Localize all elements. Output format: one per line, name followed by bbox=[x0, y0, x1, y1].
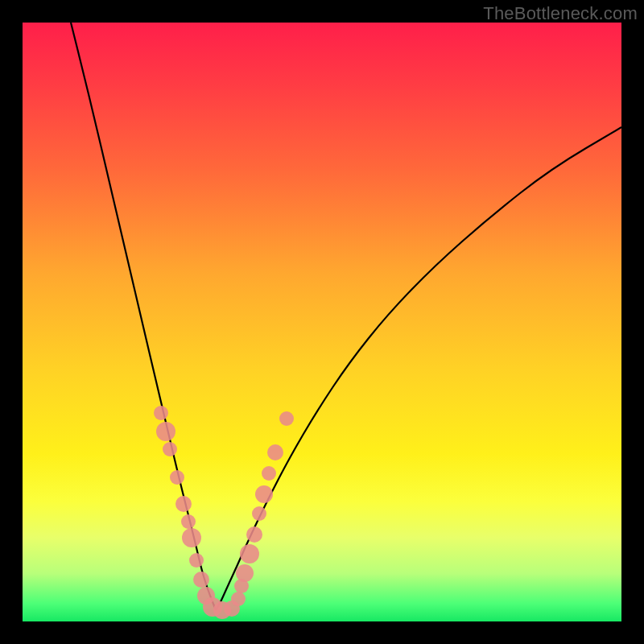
chart-frame: TheBottleneck.com bbox=[0, 0, 644, 644]
watermark-text: TheBottleneck.com bbox=[483, 3, 638, 24]
data-bead bbox=[182, 528, 201, 547]
data-bead bbox=[255, 485, 273, 503]
data-bead bbox=[189, 553, 204, 568]
bead-group bbox=[154, 406, 294, 619]
data-bead bbox=[156, 422, 175, 441]
data-bead bbox=[193, 572, 209, 588]
data-bead bbox=[236, 564, 254, 582]
data-bead bbox=[252, 506, 266, 521]
chart-svg bbox=[23, 23, 621, 621]
data-bead bbox=[240, 544, 259, 564]
data-bead bbox=[170, 470, 184, 485]
data-bead bbox=[154, 406, 168, 420]
data-bead bbox=[231, 592, 246, 606]
curve-right-branch bbox=[216, 127, 621, 610]
data-bead bbox=[181, 514, 196, 529]
plot-area bbox=[23, 23, 621, 621]
data-bead bbox=[262, 466, 276, 481]
data-bead bbox=[279, 411, 294, 426]
data-bead bbox=[175, 496, 192, 512]
data-bead bbox=[163, 442, 177, 456]
data-bead bbox=[267, 444, 283, 460]
data-bead bbox=[246, 526, 262, 543]
